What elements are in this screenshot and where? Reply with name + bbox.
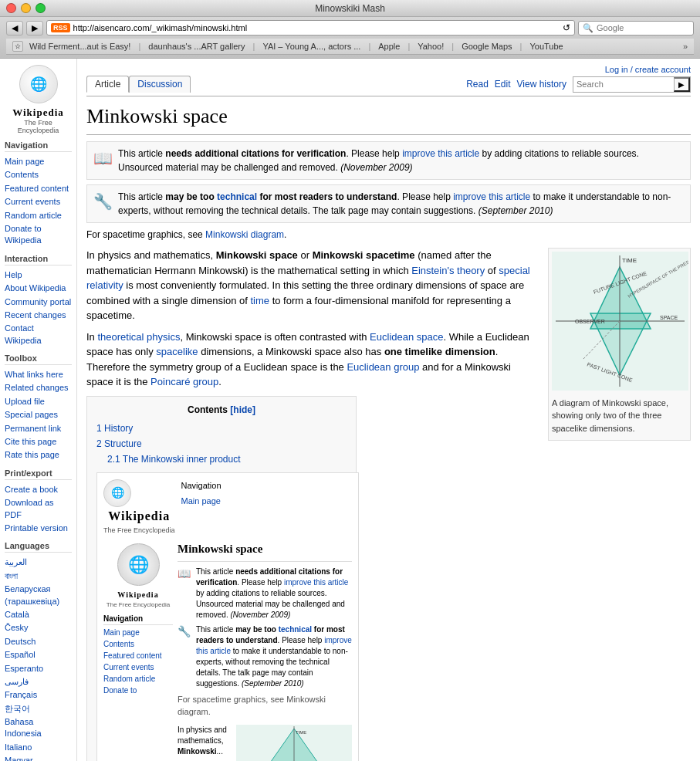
wp-mini-sub: The Free Encyclopedia: [103, 600, 173, 610]
more-bookmarks-button[interactable]: »: [683, 42, 688, 51]
sidebar-lang-czech[interactable]: Česky: [5, 621, 72, 634]
wiki-search-box: ▶: [573, 76, 691, 93]
browser-search-box: 🔍: [578, 21, 694, 36]
sidebar-item-download-pdf[interactable]: Download as PDF: [5, 496, 72, 522]
sidebar-item-contents[interactable]: Contents: [5, 168, 72, 181]
sidebar-item-about[interactable]: About Wikipedia: [5, 282, 72, 295]
sidebar-item-random[interactable]: Random article: [5, 209, 72, 222]
bookmark-daunhaus[interactable]: daunhaus's ...ART gallery: [145, 41, 248, 52]
sidebar-item-printable[interactable]: Printable version: [5, 522, 72, 535]
sidebar-item-contact[interactable]: Contact Wikipedia: [5, 322, 72, 347]
bookmark-wild-ferment[interactable]: Wild Ferment...aut is Easy!: [26, 41, 134, 52]
sidebar-item-recent[interactable]: Recent changes: [5, 309, 72, 322]
toc-item-history: 1 History: [96, 421, 347, 435]
sidebar-item-what-links[interactable]: What links here: [5, 368, 72, 381]
technical-notice: 🔧 This article may be too technical for …: [86, 184, 691, 223]
rss-button[interactable]: RSS: [51, 23, 70, 32]
bookmark-apple[interactable]: Apple: [375, 41, 403, 52]
sidebar-item-help[interactable]: Help: [5, 269, 72, 282]
sidebar-languages-heading: Languages: [5, 541, 72, 553]
wp-mini-random[interactable]: Random article: [103, 673, 173, 685]
sidebar-item-featured[interactable]: Featured content: [5, 182, 72, 195]
wp-mini-donate[interactable]: Donate to: [103, 685, 173, 696]
wp-citation-icon: 📖: [178, 567, 191, 621]
sidebar-lang-german[interactable]: Deutsch: [5, 635, 72, 648]
sidebar-lang-indonesian[interactable]: Bahasa Indonesia: [5, 715, 72, 741]
sidebar-item-related-changes[interactable]: Related changes: [5, 381, 72, 394]
action-edit[interactable]: Edit: [495, 79, 511, 90]
wp-inner-diagram: TIME FUTURE LIGHT CONE OBSERVER: [236, 725, 352, 762]
wiki-search-button[interactable]: ▶: [674, 77, 690, 92]
sidebar-lang-bengali[interactable]: বাংলা: [5, 570, 72, 583]
forward-button[interactable]: ▶: [26, 21, 43, 36]
sidebar-lang-hungarian[interactable]: Magyar: [5, 754, 72, 761]
url-input[interactable]: [73, 23, 560, 32]
bookmarks-bar: ☆ Wild Ferment...aut is Easy! | daunhaus…: [6, 39, 694, 55]
close-button[interactable]: [6, 3, 16, 13]
sidebar-item-main-page[interactable]: Main page: [5, 155, 72, 168]
wiki-main: Log in / create account Article Discussi…: [77, 59, 700, 761]
svg-text:TIME: TIME: [296, 730, 306, 735]
minkowski-diagram-link[interactable]: Minkowski diagram: [205, 229, 284, 240]
bookmark-yahoo[interactable]: Yahoo!: [414, 41, 447, 52]
action-view-history[interactable]: View history: [517, 79, 566, 90]
wp-citation-text: This article needs additional citations …: [196, 567, 352, 621]
sidebar-item-community[interactable]: Community portal: [5, 296, 72, 309]
tab-article[interactable]: Article: [86, 76, 129, 93]
wp-mini-nav: Navigation Main page Contents Featured c…: [103, 613, 173, 696]
toc-hide-button[interactable]: [hide]: [230, 404, 255, 415]
sidebar-item-upload[interactable]: Upload file: [5, 395, 72, 408]
sidebar-lang-french[interactable]: Français: [5, 688, 72, 702]
sidebar-nav-section: Navigation Main page Contents Featured c…: [5, 140, 72, 248]
maximize-button[interactable]: [36, 3, 46, 13]
title-bar: Minowskiki Mash: [0, 0, 700, 17]
sidebar-item-rate[interactable]: Rate this page: [5, 448, 72, 462]
sidebar-lang-italian[interactable]: Italiano: [5, 741, 72, 754]
wp-logo-area: 🌐 Wikipedia The Free Encyclopedia: [103, 479, 175, 536]
sidebar-lang-esperanto[interactable]: Esperanto: [5, 662, 72, 675]
sidebar-print-heading: Print/export: [5, 468, 72, 480]
tab-discussion[interactable]: Discussion: [129, 76, 191, 93]
sidebar-lang-spanish[interactable]: Español: [5, 648, 72, 661]
login-link[interactable]: Log in / create account: [605, 65, 691, 74]
wp-mini-main-page[interactable]: Main page: [103, 627, 173, 638]
wiki-logo-title: Wikipedia: [5, 107, 72, 119]
sidebar-lang-belarusian[interactable]: Беларуская (тарашкевіца): [5, 583, 72, 608]
toc-box: Contents [hide] 1 History 2 Structure 2.…: [86, 396, 357, 762]
browser-search-input[interactable]: [597, 23, 689, 32]
sidebar-item-current-events[interactable]: Current events: [5, 195, 72, 208]
sidebar-item-donate[interactable]: Donate to Wikipedia: [5, 222, 72, 248]
sidebar-item-special[interactable]: Special pages: [5, 408, 72, 421]
sidebar-item-cite[interactable]: Cite this page: [5, 435, 72, 448]
sidebar-lang-persian[interactable]: فارسی: [5, 675, 72, 688]
svg-text:SPACE: SPACE: [660, 315, 678, 320]
bookmark-youtube[interactable]: YouTube: [526, 41, 566, 52]
sidebar-print-section: Print/export Create a book Download as P…: [5, 468, 72, 536]
action-read[interactable]: Read: [466, 79, 489, 90]
sidebar-lang-korean[interactable]: 한국어: [5, 702, 72, 715]
wiki-logo: 🌐 Wikipedia The Free Encyclopedia: [5, 65, 72, 134]
technical-notice-icon: 🔧: [93, 190, 112, 213]
wp-mini-featured[interactable]: Featured content: [103, 650, 173, 661]
article-image: TIME FUTURE LIGHT CONE PAST LIGHT CONE O…: [548, 248, 691, 441]
wp-mini-title: Wikipedia: [103, 589, 173, 600]
wp-mini-nav-heading: Navigation: [103, 613, 173, 625]
sidebar-item-permanent[interactable]: Permanent link: [5, 422, 72, 435]
window-controls[interactable]: [6, 3, 46, 13]
sidebar-interaction-heading: Interaction: [5, 254, 72, 266]
back-button[interactable]: ◀: [6, 21, 23, 36]
wiki-search-input[interactable]: [573, 77, 674, 92]
bookmark-yai[interactable]: YAI – Young A..., actors ...: [259, 41, 364, 52]
minimize-button[interactable]: [21, 3, 31, 13]
bookmark-google-maps[interactable]: Google Maps: [458, 41, 515, 52]
wp-mini-current[interactable]: Current events: [103, 661, 173, 673]
sidebar-lang-catalan[interactable]: Català: [5, 608, 72, 621]
sidebar-item-create-book[interactable]: Create a book: [5, 483, 72, 496]
wp-right-content: Minkowski space 📖 This article needs add…: [178, 540, 352, 761]
wiki-preview: 🌐 Wikipedia The Free Encyclopedia Naviga…: [96, 472, 359, 762]
wp-main-page-link[interactable]: Main page: [181, 496, 221, 506]
article-content: Minkowski space 📖 This article needs add…: [86, 101, 691, 761]
wp-mini-contents[interactable]: Contents: [103, 638, 173, 650]
sidebar-lang-arabic[interactable]: العربية: [5, 556, 72, 569]
refresh-button[interactable]: ↺: [563, 22, 570, 33]
